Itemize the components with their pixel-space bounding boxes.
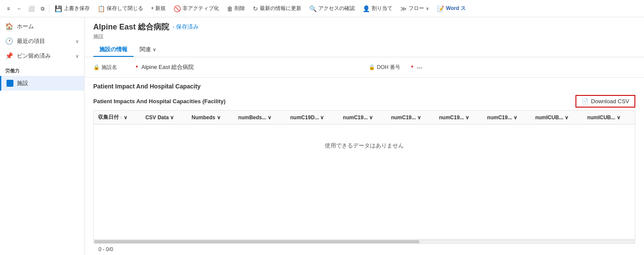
main-layout: 🏠 ホーム 🕐 最近の項目 ∨ 📌 ピン留め済み ∨ 労働力 施設 Alpine… [0, 17, 644, 255]
access-label: アクセスの確認 [318, 5, 355, 12]
col-numicub-2-label: numICUB... [587, 114, 615, 121]
delete-label: 削除 [235, 5, 245, 12]
deactivate-label: 非アクティブ化 [183, 5, 219, 12]
sidebar-item-home[interactable]: 🏠 ホーム [0, 19, 84, 34]
tab-related-chevron-icon: ∨ [153, 47, 156, 52]
save-overwrite-label: 上書き保存 [64, 5, 90, 12]
new-button[interactable]: + 新規 [147, 3, 169, 14]
col-header-numc19-2[interactable]: numC19... ∨ [387, 111, 435, 124]
hamburger-icon: ≡ [7, 6, 10, 12]
assign-button[interactable]: 👤 割り当て [359, 3, 396, 14]
back-icon: ← [17, 6, 22, 12]
col-numicub-1-filter-icon[interactable]: ∨ [565, 114, 569, 121]
hamburger-button[interactable]: ≡ [3, 4, 13, 13]
sidebar-section-label: 労働力 [0, 63, 84, 76]
sidebar-item-facility[interactable]: 施設 [0, 76, 84, 91]
col-csvdata-filter-icon[interactable]: ∨ [170, 114, 174, 121]
home-icon: 🏠 [5, 23, 13, 30]
grid-header-row: 収集日付 ↓ ∨ CSV Data ∨ [94, 111, 635, 124]
sidebar-pinned-label: ピン留め済み [17, 52, 51, 60]
col-numicub-2-filter-icon[interactable]: ∨ [617, 114, 621, 121]
facility-name-lock-icon: 🔒 [93, 64, 100, 70]
save-close-label: 保存して閉じる [107, 5, 143, 12]
grid-section-title: Patient Impact And Hospital Capacity [93, 78, 635, 92]
update-button[interactable]: ↻ 最新の情報に更新 [249, 3, 305, 14]
facility-name-label: 🔒 施設名 [93, 64, 132, 71]
record-title-row: Alpine East 総合病院 - 保存済み [93, 22, 635, 32]
access-button[interactable]: 🔍 アクセスの確認 [306, 3, 358, 14]
record-tabs: 施設の情報 関連 ∨ [93, 43, 635, 57]
save-icon: 💾 [55, 5, 62, 12]
form-section: 🔒 施設名 * Alpine East 総合病院 🔒 DOH 番号 * --- [85, 57, 644, 78]
pinned-chevron-icon: ∨ [75, 53, 79, 59]
col-header-date[interactable]: 収集日付 ↓ ∨ [94, 111, 141, 124]
deactivate-button[interactable]: 🚫 非アクティブ化 [170, 3, 222, 14]
grid-table-wrapper[interactable]: 収集日付 ↓ ∨ CSV Data ∨ [93, 110, 635, 240]
col-numc19d-label: numC19D... [290, 114, 319, 121]
col-numc19-2-filter-icon[interactable]: ∨ [417, 114, 421, 121]
access-icon: 🔍 [309, 5, 317, 12]
sidebar-item-recent[interactable]: 🕐 最近の項目 ∨ [0, 34, 84, 49]
recent-chevron-icon: ∨ [75, 39, 79, 44]
grid-table: 収集日付 ↓ ∨ CSV Data ∨ [94, 111, 635, 167]
col-numbeds2-label: numBeds... [238, 114, 266, 121]
pin-icon: 📌 [5, 52, 13, 60]
col-header-numc19-4[interactable]: numC19... ∨ [483, 111, 531, 124]
word-button[interactable]: 📝 Word ス [433, 3, 469, 14]
col-date-filter-icon[interactable]: ∨ [124, 114, 127, 121]
assign-label: 割り当て [372, 5, 392, 12]
sidebar-home-label: ホーム [17, 23, 34, 30]
col-numc19-3-filter-icon[interactable]: ∨ [465, 114, 469, 121]
empty-row: 使用できるデータはありません [94, 124, 635, 167]
col-header-numc19-1[interactable]: numC19... ∨ [339, 111, 387, 124]
empty-message: 使用できるデータはありません [94, 124, 635, 167]
col-numbeds2-filter-icon[interactable]: ∨ [268, 114, 271, 121]
word-icon: 📝 [437, 5, 444, 12]
flow-label: フロー [409, 5, 424, 12]
update-label: 最新の情報に更新 [260, 5, 301, 12]
save-overwrite-button[interactable]: 💾 上書き保存 [51, 3, 93, 14]
col-numbeds-filter-icon[interactable]: ∨ [217, 114, 221, 121]
sidebar-item-pinned[interactable]: 📌 ピン留め済み ∨ [0, 49, 84, 63]
page-icon-button[interactable]: ⬜ [26, 4, 37, 13]
tab-facility-info[interactable]: 施設の情報 [93, 43, 134, 57]
download-csv-label: Download CSV [591, 98, 629, 105]
facility-icon [7, 80, 13, 87]
tab-related-label: 関連 [140, 46, 151, 53]
new-tab-icon: ⧉ [41, 6, 45, 12]
doh-lock-icon: 🔒 [369, 64, 375, 70]
flow-button[interactable]: ≫ フロー ∨ [397, 3, 432, 14]
col-header-numicub-1[interactable]: numICUB... ∨ [531, 111, 583, 124]
new-tab-button[interactable]: ⧉ [38, 4, 47, 13]
save-close-button[interactable]: 📋 保存して閉じる [94, 3, 147, 14]
grid-subheader-title: Patient Impacts And Hospital Capacities … [93, 98, 226, 105]
col-header-numbeds2[interactable]: numBeds... ∨ [234, 111, 286, 124]
deactivate-icon: 🚫 [173, 5, 181, 12]
col-date-label: 収集日付 [98, 114, 119, 121]
back-button[interactable]: ← [14, 4, 25, 13]
col-numc19d-filter-icon[interactable]: ∨ [320, 114, 324, 121]
doh-number-value: --- [417, 64, 422, 71]
col-numc19-3-label: numC19... [439, 114, 464, 121]
separator-1 [49, 4, 49, 13]
delete-button[interactable]: 🗑 削除 [223, 3, 248, 14]
col-header-csvdata[interactable]: CSV Data ∨ [141, 111, 187, 124]
col-numbeds-label: Numbeds [192, 114, 216, 121]
recent-icon: 🕐 [5, 37, 13, 45]
grid-tbody: 使用できるデータはありません [94, 124, 635, 167]
col-header-numc19-3[interactable]: numC19... ∨ [435, 111, 483, 124]
assign-icon: 👤 [363, 5, 370, 12]
record-header: Alpine East 総合病院 - 保存済み 施設 施設の情報 関連 ∨ [85, 17, 644, 57]
tab-related[interactable]: 関連 ∨ [134, 43, 162, 57]
col-numc19-4-filter-icon[interactable]: ∨ [513, 114, 517, 121]
download-csv-button[interactable]: 📄 Download CSV [575, 95, 635, 108]
col-header-numbeds[interactable]: Numbeds ∨ [187, 111, 234, 124]
col-header-numicub-2[interactable]: numICUB... ∨ [583, 111, 635, 124]
col-numc19-1-filter-icon[interactable]: ∨ [369, 114, 373, 121]
pagination: 0 - 0/0 [93, 243, 635, 255]
tab-facility-info-label: 施設の情報 [99, 46, 127, 53]
horizontal-scrollbar[interactable] [93, 240, 635, 243]
form-row: 🔒 施設名 * Alpine East 総合病院 🔒 DOH 番号 * --- [93, 63, 635, 71]
col-header-numc19d[interactable]: numC19D... ∨ [286, 111, 339, 124]
flow-icon: ≫ [400, 5, 407, 12]
